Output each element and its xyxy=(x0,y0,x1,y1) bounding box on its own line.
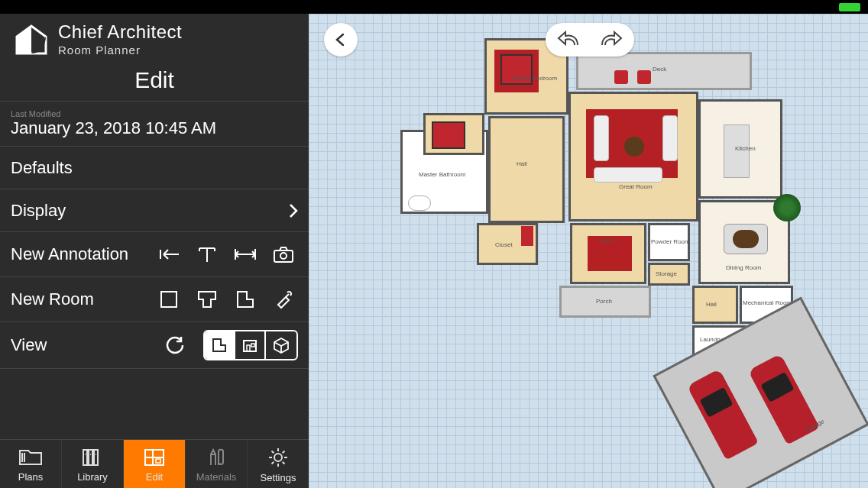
tab-plans[interactable]: Plans xyxy=(0,440,62,488)
refresh-view-button[interactable] xyxy=(160,331,189,360)
coffee-table xyxy=(624,137,644,157)
canvas-back-area xyxy=(324,23,358,57)
view-elevation-button[interactable] xyxy=(235,331,266,359)
room-powder[interactable] xyxy=(648,223,690,261)
view-2d-button[interactable] xyxy=(205,331,235,359)
tab-settings-label: Settings xyxy=(261,472,296,483)
materials-icon xyxy=(205,447,228,468)
bottom-tabbar: Plans Library Edit Materials Settings xyxy=(0,439,309,488)
svg-point-11 xyxy=(274,454,282,461)
room-storage[interactable] xyxy=(648,263,690,286)
l-room-button[interactable] xyxy=(231,285,260,314)
text-annotation-button[interactable] xyxy=(193,240,222,269)
svg-rect-7 xyxy=(89,450,92,465)
last-modified-label: Last Modified xyxy=(11,109,216,118)
edit-rows: Last Modified January 23, 2018 10:45 AM … xyxy=(0,101,309,439)
brand-logo-icon xyxy=(14,23,49,55)
bed xyxy=(500,54,533,85)
library-icon xyxy=(80,447,105,468)
deck-chair xyxy=(614,70,628,84)
tab-edit[interactable]: Edit xyxy=(124,440,186,488)
undo-redo-area xyxy=(546,23,634,57)
brand-subtitle: Room Planner xyxy=(58,44,182,57)
new-room-label: New Room xyxy=(11,289,94,309)
floorplan-canvas[interactable]: Master Bedroom Deck Great Room Kitchen xyxy=(309,0,868,488)
row-display[interactable]: Display xyxy=(0,189,309,231)
redo-button[interactable] xyxy=(598,30,623,50)
bed xyxy=(432,121,465,149)
sofa xyxy=(594,167,662,183)
view-label: View xyxy=(11,335,47,355)
chevron-right-icon xyxy=(289,203,298,218)
row-view: View xyxy=(0,322,309,369)
t-room-button[interactable] xyxy=(193,285,222,314)
deck-chair xyxy=(637,70,651,84)
app-root: Chief Architect Room Planner Edit Last M… xyxy=(0,0,868,488)
arrow-annotation-button[interactable] xyxy=(154,240,183,269)
room-kitchen[interactable] xyxy=(698,99,782,199)
view-3d-button[interactable] xyxy=(266,331,296,359)
room-foyer[interactable] xyxy=(570,223,646,284)
camera-annotation-button[interactable] xyxy=(269,240,298,269)
freeform-room-button[interactable] xyxy=(269,285,298,314)
square-room-button[interactable] xyxy=(154,285,183,314)
undo-button[interactable] xyxy=(556,30,582,50)
svg-rect-6 xyxy=(83,450,87,465)
edit-icon xyxy=(142,447,167,468)
last-modified-value: January 23, 2018 10:45 AM xyxy=(11,118,216,138)
svg-rect-8 xyxy=(94,450,98,465)
brand-block: Chief Architect Room Planner xyxy=(0,14,309,61)
svg-rect-2 xyxy=(161,292,177,307)
closet-item xyxy=(521,226,533,246)
redo-icon xyxy=(598,30,623,50)
status-bar xyxy=(0,0,868,14)
svg-rect-10 xyxy=(156,459,160,463)
gear-icon xyxy=(267,446,290,469)
row-defaults[interactable]: Defaults xyxy=(0,146,309,189)
tab-materials[interactable]: Materials xyxy=(186,440,248,488)
row-last-modified[interactable]: Last Modified January 23, 2018 10:45 AM xyxy=(0,101,309,146)
display-label: Display xyxy=(11,201,66,221)
battery-icon xyxy=(839,3,860,11)
room-deck[interactable] xyxy=(576,52,752,90)
view-mode-segment xyxy=(203,330,298,360)
back-button[interactable] xyxy=(324,23,358,57)
brand-title: Chief Architect xyxy=(58,21,182,43)
room-hall[interactable] xyxy=(488,116,565,223)
car xyxy=(748,354,820,445)
undo-icon xyxy=(556,30,582,50)
room-hall2[interactable] xyxy=(692,286,738,324)
kitchen-island xyxy=(724,124,750,178)
tab-library-label: Library xyxy=(77,471,108,483)
svg-rect-4 xyxy=(247,345,250,351)
folder-icon xyxy=(18,447,44,468)
car xyxy=(687,369,759,461)
rug xyxy=(588,236,632,271)
svg-rect-5 xyxy=(251,344,254,347)
arrow-left-icon xyxy=(332,31,349,48)
tab-plans-label: Plans xyxy=(18,471,44,483)
sidebar: Chief Architect Room Planner Edit Last M… xyxy=(0,0,309,488)
plant-icon xyxy=(773,194,801,221)
new-annotation-label: New Annotation xyxy=(11,244,128,264)
sofa xyxy=(662,115,678,161)
dining-table xyxy=(733,230,759,248)
dimension-annotation-button[interactable] xyxy=(231,240,260,269)
room-porch[interactable] xyxy=(559,286,651,318)
row-new-annotation: New Annotation xyxy=(0,231,309,276)
defaults-label: Defaults xyxy=(11,158,73,178)
tab-materials-label: Materials xyxy=(196,471,237,483)
tab-library[interactable]: Library xyxy=(62,440,124,488)
bathtub xyxy=(408,196,431,211)
tab-settings[interactable]: Settings xyxy=(248,440,309,488)
brand-text: Chief Architect Room Planner xyxy=(58,21,182,57)
row-new-room: New Room xyxy=(0,276,309,322)
sofa xyxy=(594,115,609,161)
svg-point-1 xyxy=(280,253,287,259)
panel-title: Edit xyxy=(0,61,309,101)
room-great-room[interactable] xyxy=(568,92,698,221)
tab-edit-label: Edit xyxy=(146,471,163,483)
room-bedroom2[interactable] xyxy=(423,113,484,155)
